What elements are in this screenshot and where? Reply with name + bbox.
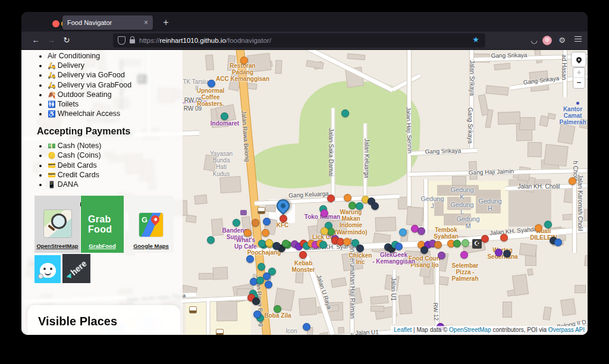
openstreetmap-label[interactable]: OpenStreetMap [36,243,78,249]
poi-marker[interactable] [246,255,254,263]
poi-marker[interactable] [244,229,252,237]
pocket-icon[interactable]: ◡ [528,34,540,46]
poi-marker[interactable] [420,246,428,254]
poi-label: IconResidences [276,328,307,335]
poi-marker[interactable] [500,234,508,241]
poi-marker[interactable] [282,240,290,247]
poi-marker[interactable] [265,239,273,247]
poi-label: GedungH [478,197,501,212]
url-path: /foodnavigator/ [226,37,271,44]
zoom-out-button[interactable]: − [573,78,585,87]
poi-marker[interactable] [233,219,240,227]
building [512,274,529,296]
poi-marker[interactable] [554,239,562,246]
window-close-button[interactable] [52,20,59,27]
url-bar[interactable]: https://reinhart1010.github.io/foodnavig… [113,33,485,48]
poi-marker[interactable] [481,235,489,243]
poi-marker[interactable] [544,221,552,228]
open-with-waze[interactable] [34,255,61,283]
browser-tab[interactable]: Food Navigator × [62,15,153,30]
profile-avatar[interactable] [542,36,552,45]
poi-marker[interactable] [434,241,442,249]
poi-marker[interactable] [356,244,364,252]
poi-marker[interactable] [395,243,403,250]
street-label: Jalan U1 [390,277,397,300]
poi-marker[interactable] [495,249,503,256]
poi-marker[interactable] [265,281,272,288]
poi-marker[interactable] [208,80,215,87]
poi-marker[interactable] [252,219,259,227]
building [503,302,512,318]
poi-marker[interactable] [417,227,425,235]
open-with-grabfood[interactable]: GrabFood GrabFood [81,196,124,253]
poi-marker[interactable] [256,277,264,284]
poi-marker[interactable] [349,202,356,209]
page-content: + − Leaflet | Map data © OpenStreetMap c… [21,50,588,335]
poi-marker[interactable] [503,250,511,258]
new-tab-button[interactable]: + [159,16,172,29]
poi-marker[interactable] [274,305,281,313]
poi-marker[interactable] [399,228,407,236]
open-with-openstreetmap[interactable]: OpenStreetMap [34,196,80,253]
poi-marker[interactable] [462,239,469,247]
poi-label: RestoranPadangACC Kemanggisan [216,62,269,83]
poi-marker[interactable] [341,109,349,117]
reload-icon[interactable]: ↻ [61,34,73,46]
poi-marker[interactable] [303,323,310,331]
menu-hamburger-icon[interactable] [572,34,584,46]
forward-icon[interactable]: → [45,34,57,46]
poi-marker[interactable] [299,251,307,259]
google-maps-logo-icon: G [139,213,163,237]
poi-marker[interactable] [569,177,576,185]
poi-marker[interactable] [535,224,542,232]
poi-label: What'sUp Cafe [234,237,257,250]
poi-marker[interactable] [371,202,379,210]
building [194,194,207,204]
locate-pin-icon [575,56,583,64]
tab-close-icon[interactable]: × [144,18,148,27]
poi-marker[interactable] [221,112,228,120]
here-logo-icon: here [64,259,89,281]
poi-marker[interactable] [343,238,351,246]
poi-marker[interactable] [327,194,335,202]
lock-icon[interactable] [130,39,135,43]
list-item: 🛵Delivery [48,61,183,70]
poi-marker[interactable] [344,194,351,202]
payment-list: 💵Cash (Notes)🪙Cash (Coins)💳Debit Cards💳C… [21,142,183,189]
locate-button[interactable] [571,52,586,67]
building [371,306,384,312]
osm-link[interactable]: OpenStreetMap [449,327,491,333]
poi-marker[interactable] [240,57,248,64]
map-area [297,80,422,189]
poi-label: GedungK [450,186,473,201]
back-icon[interactable]: ← [30,34,42,46]
grabfood-label[interactable]: GrabFood [89,243,115,249]
poi-marker[interactable] [263,218,271,225]
open-with-here[interactable]: here [62,254,90,283]
overpass-link[interactable]: Overpass API [548,327,585,333]
amenity-emoji-icon: 🍂 [48,91,56,98]
poi-marker[interactable] [273,242,281,250]
poi-marker[interactable] [258,240,266,247]
leaflet-link[interactable]: Leaflet [394,327,412,333]
poi-marker[interactable] [262,229,269,237]
poi-marker[interactable] [319,241,327,249]
poi-marker[interactable] [453,240,461,247]
poi-marker[interactable] [280,215,287,222]
bookmark-star-icon[interactable]: ★ [472,35,479,44]
poi-marker[interactable] [321,227,328,235]
open-with-google-maps[interactable]: G Google Maps [128,196,174,253]
poi-marker[interactable] [321,209,328,217]
poi-marker[interactable] [207,236,215,244]
poi-marker[interactable] [258,263,265,271]
tracking-protection-shield-icon[interactable] [118,36,125,45]
poi-marker[interactable] [252,297,260,305]
poi-marker[interactable] [356,202,363,210]
extensions-gear-icon[interactable]: ⚙ [556,34,568,46]
poi-marker[interactable] [438,252,445,259]
poi-marker[interactable] [460,251,468,259]
google-maps-label[interactable]: Google Maps [133,243,169,249]
zoom-in-button[interactable]: + [573,68,585,78]
poi-marker[interactable] [253,310,261,318]
poi-label: TK TarsiusII [183,79,211,92]
